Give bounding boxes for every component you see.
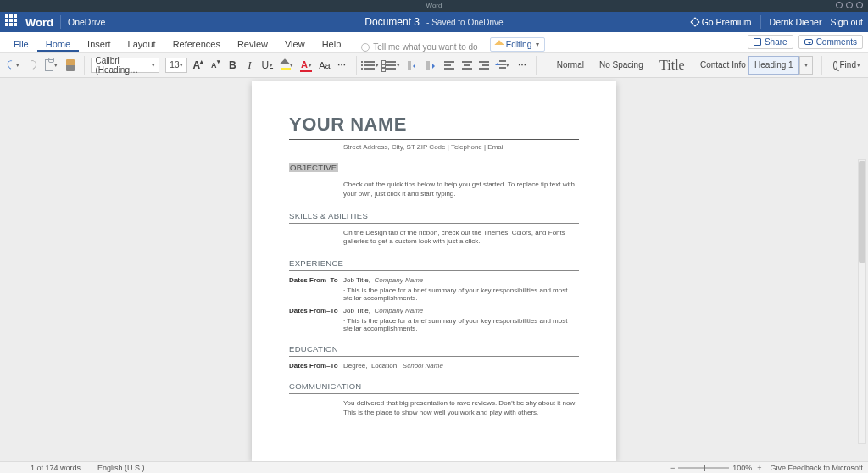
section-skills[interactable]: SKILLS & ABILITIES (289, 211, 579, 220)
tab-layout[interactable]: Layout (120, 36, 164, 52)
app-brand: Word (25, 16, 53, 29)
search-icon (833, 61, 837, 70)
edu-dates[interactable]: Dates From–To (289, 362, 343, 370)
underline-button[interactable]: U▾ (259, 58, 275, 73)
language-status[interactable]: English (U.S.) (97, 464, 145, 472)
education-row[interactable]: Dates From–To Degree, Location, School N… (289, 362, 579, 370)
align-right-button[interactable] (477, 58, 491, 73)
close-icon[interactable] (856, 2, 863, 8)
location-onedrive[interactable]: OneDrive (68, 17, 105, 27)
share-button[interactable]: Share (748, 35, 793, 49)
styles-gallery: Normal No Spacing Title Contact Info Hea… (545, 56, 813, 75)
font-color-icon: A (301, 59, 308, 71)
tab-home[interactable]: Home (37, 36, 79, 52)
bold-button[interactable]: B (225, 58, 239, 73)
resume-contact[interactable]: Street Address, City, ST ZIP Code | Tele… (343, 143, 579, 151)
tab-references[interactable]: References (164, 36, 229, 52)
more-paragraph-button[interactable]: ⋯ (515, 58, 529, 73)
editing-mode-dropdown[interactable]: Editing ▾ (490, 37, 546, 52)
style-normal[interactable]: Normal (545, 56, 596, 75)
exp-dates[interactable]: Dates From–To (289, 276, 343, 302)
feedback-link[interactable]: Give Feedback to Microsoft (770, 464, 863, 472)
font-name-select[interactable]: Calibri (Heading…▾ (91, 58, 159, 73)
style-no-spacing[interactable]: No Spacing (596, 56, 647, 75)
align-center-button[interactable] (460, 58, 474, 73)
app-titlebar: Word OneDrive Document 3 - Saved to OneD… (0, 12, 868, 32)
experience-row[interactable]: Dates From–To Job Title, Company Name· T… (289, 276, 579, 302)
sign-out-link[interactable]: Sign out (830, 17, 863, 27)
find-button[interactable]: Find▾ (831, 58, 863, 73)
decrease-indent-button[interactable] (405, 58, 420, 73)
styles-more-button[interactable]: ▾ (799, 56, 813, 75)
skills-body[interactable]: On the Design tab of the ribbon, check o… (343, 229, 579, 248)
os-title: Word (426, 2, 442, 9)
style-title[interactable]: Title (647, 56, 698, 75)
undo-button[interactable]: ▾ (5, 58, 22, 73)
font-color-button[interactable]: A▾ (299, 58, 314, 73)
pencil-icon (494, 40, 504, 49)
comment-icon (804, 39, 813, 45)
more-font-button[interactable]: ⋯ (336, 58, 349, 73)
objective-body[interactable]: Check out the quick tips below to help y… (343, 181, 579, 199)
font-size-select[interactable]: 13▾ (165, 58, 187, 73)
editing-mode-label: Editing (506, 40, 532, 49)
go-premium-button[interactable]: Go Premium (692, 17, 752, 27)
indent-icon (426, 61, 437, 70)
section-communication[interactable]: COMMUNICATION (289, 381, 579, 391)
increase-indent-button[interactable] (424, 58, 439, 73)
chevron-down-icon: ▾ (536, 41, 539, 48)
tab-review[interactable]: Review (229, 36, 276, 52)
zoom-in-button[interactable]: + (757, 464, 761, 472)
shrink-font-button[interactable]: A▾ (209, 58, 222, 73)
line-spacing-icon (497, 60, 505, 70)
scrollbar-thumb[interactable] (859, 161, 865, 263)
section-experience[interactable]: EXPERIENCE (289, 259, 579, 268)
style-heading-1[interactable]: Heading 1 (748, 56, 799, 75)
tab-file[interactable]: File (5, 36, 37, 52)
align-right-icon (479, 59, 489, 71)
brush-icon (66, 59, 75, 71)
italic-button[interactable]: I (242, 58, 256, 73)
section-objective[interactable]: OBJECTIVE (289, 163, 579, 172)
document-page[interactable]: YOUR NAME Street Address, City, ST ZIP C… (252, 81, 616, 461)
format-painter-button[interactable] (64, 58, 77, 73)
zoom-slider[interactable] (678, 467, 729, 469)
number-list-button[interactable]: ▾ (384, 58, 402, 73)
exp-dates[interactable]: Dates From–To (289, 307, 343, 332)
tell-me-search[interactable]: Tell me what you want to do (361, 42, 477, 52)
redo-icon (26, 58, 38, 71)
line-spacing-button[interactable]: ▾ (494, 58, 512, 73)
minimize-icon[interactable] (836, 2, 843, 8)
grow-font-button[interactable]: A▴ (191, 58, 205, 73)
resume-name[interactable]: YOUR NAME (289, 114, 579, 136)
os-titlebar: Word (0, 0, 868, 12)
numbering-icon (386, 59, 396, 71)
paste-button[interactable]: ▾ (42, 58, 60, 73)
tab-help[interactable]: Help (314, 36, 350, 52)
zoom-out-button[interactable]: − (670, 464, 675, 472)
change-case-button[interactable]: Aa (317, 58, 332, 73)
experience-row[interactable]: Dates From–To Job Title, Company Name· T… (289, 307, 579, 332)
align-center-icon (462, 59, 472, 71)
communication-body[interactable]: You delivered that big presentation to r… (343, 399, 579, 418)
maximize-icon[interactable] (846, 2, 853, 8)
selected-text[interactable]: OBJECTIVE (289, 163, 338, 172)
word-count[interactable]: 1 of 174 words (31, 464, 81, 472)
section-education[interactable]: EDUCATION (289, 344, 579, 353)
vertical-scrollbar[interactable] (858, 159, 866, 444)
diamond-icon (690, 17, 699, 26)
comments-button[interactable]: Comments (798, 35, 863, 49)
tab-insert[interactable]: Insert (79, 36, 120, 52)
style-contact[interactable]: Contact Info (698, 56, 748, 75)
bullet-list-button[interactable]: ▾ (364, 58, 381, 73)
user-name[interactable]: Derrik Diener (770, 17, 822, 27)
document-title[interactable]: Document 3 (364, 16, 420, 28)
document-canvas[interactable]: YOUR NAME Street Address, City, ST ZIP C… (0, 78, 868, 461)
redo-button[interactable] (25, 58, 39, 73)
highlight-button[interactable]: ▾ (278, 58, 296, 73)
zoom-level[interactable]: 100% (732, 464, 752, 472)
save-status: - Saved to OneDrive (426, 18, 504, 27)
app-launcher-icon[interactable] (5, 14, 20, 30)
tab-view[interactable]: View (276, 36, 314, 52)
align-left-button[interactable] (442, 58, 456, 73)
